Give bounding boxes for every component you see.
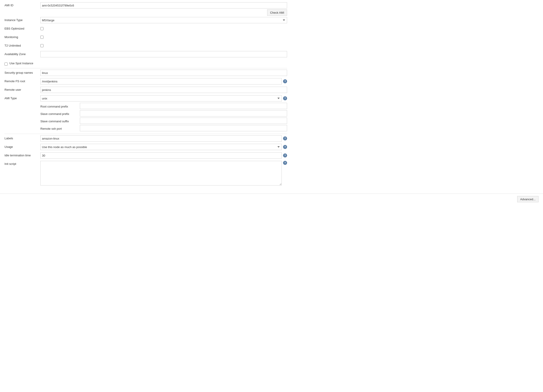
availability-zone-input[interactable] bbox=[40, 51, 287, 57]
ebs-optimized-row: EBS Optimized bbox=[5, 26, 287, 33]
availability-zone-field bbox=[40, 51, 287, 57]
security-group-names-row: Security group names bbox=[5, 70, 287, 77]
security-group-names-input[interactable] bbox=[40, 70, 287, 76]
remote-fs-root-label: Remote FS root bbox=[5, 78, 40, 83]
usage-row: Usage Use this node as much as possible … bbox=[5, 144, 287, 151]
monitoring-checkbox[interactable] bbox=[40, 36, 44, 39]
idle-termination-time-input[interactable] bbox=[40, 152, 282, 159]
ami-type-label: AMI Type bbox=[5, 95, 40, 100]
instance-type-select[interactable]: M5Xlarge t2.micro t2.small m4.large bbox=[40, 17, 287, 23]
t2-unlimited-row: T2 Unlimited bbox=[5, 43, 287, 50]
monitoring-label: Monitoring bbox=[5, 34, 40, 39]
root-command-prefix-row: Root command prefix bbox=[40, 103, 287, 109]
remote-fs-root-input[interactable] bbox=[40, 78, 282, 84]
ami-type-select[interactable]: unix windows bbox=[40, 95, 282, 101]
slave-command-prefix-label: Slave command prefix bbox=[40, 111, 79, 116]
idle-termination-time-help-icon[interactable]: ? bbox=[283, 154, 287, 157]
init-script-textarea[interactable] bbox=[40, 161, 282, 185]
slave-command-prefix-row: Slave command prefix bbox=[40, 110, 287, 116]
security-group-names-field bbox=[40, 70, 287, 76]
instance-type-field: M5Xlarge t2.micro t2.small m4.large bbox=[40, 17, 287, 23]
init-script-row: Init script ? bbox=[5, 161, 287, 185]
check-ami-button[interactable]: Check AMI bbox=[267, 9, 287, 16]
remote-user-row: Remote user bbox=[5, 87, 287, 94]
labels-row: Labels ? bbox=[5, 135, 287, 143]
instance-type-row: Instance Type M5Xlarge t2.micro t2.small… bbox=[5, 17, 287, 24]
remote-user-label: Remote user bbox=[5, 87, 40, 91]
labels-help-icon[interactable]: ? bbox=[283, 136, 287, 140]
ami-type-help-icon[interactable]: ? bbox=[283, 96, 287, 100]
ebs-optimized-label: EBS Optimized bbox=[5, 26, 40, 30]
advanced-button[interactable]: Advanced... bbox=[517, 196, 538, 202]
bottom-bar: Advanced... bbox=[0, 193, 543, 204]
labels-input[interactable] bbox=[40, 135, 282, 142]
remote-user-input[interactable] bbox=[40, 87, 287, 93]
remote-fs-root-row: Remote FS root ? bbox=[5, 78, 287, 85]
t2-unlimited-field bbox=[40, 43, 287, 47]
remote-user-field bbox=[40, 87, 287, 93]
remote-ssh-port-row: Remote ssh port bbox=[40, 125, 287, 131]
root-command-prefix-label: Root command prefix bbox=[40, 104, 79, 108]
monitoring-row: Monitoring bbox=[5, 34, 287, 41]
ami-type-row: AMI Type unix windows ? Root command pre… bbox=[5, 95, 287, 133]
labels-label: Labels bbox=[5, 135, 40, 140]
ami-id-input[interactable] bbox=[40, 2, 287, 9]
t2-unlimited-label: T2 Unlimited bbox=[5, 43, 40, 47]
ami-id-row: AMI ID Check AMI bbox=[5, 2, 287, 16]
remote-ssh-port-input[interactable] bbox=[80, 125, 287, 131]
availability-zone-row: Availability Zone bbox=[5, 51, 287, 58]
ami-type-content: unix windows ? Root command prefix Slave… bbox=[40, 95, 287, 133]
remote-fs-root-field: ? bbox=[40, 78, 287, 84]
idle-termination-time-row: Idle termination time ? bbox=[5, 152, 287, 160]
init-script-label: Init script bbox=[5, 161, 40, 166]
t2-unlimited-checkbox[interactable] bbox=[40, 44, 44, 47]
remote-fs-root-help-icon[interactable]: ? bbox=[283, 79, 287, 83]
usage-help-icon[interactable]: ? bbox=[283, 145, 287, 149]
monitoring-field bbox=[40, 34, 287, 39]
idle-termination-time-label: Idle termination time bbox=[5, 152, 40, 157]
availability-zone-label: Availability Zone bbox=[5, 51, 40, 56]
root-command-prefix-input[interactable] bbox=[80, 103, 287, 109]
check-ami-row: Check AMI bbox=[40, 9, 287, 16]
remote-ssh-port-label: Remote ssh port bbox=[40, 126, 79, 130]
instance-type-label: Instance Type bbox=[5, 17, 40, 22]
slave-command-suffix-row: Slave command suffix bbox=[40, 118, 287, 124]
security-group-names-label: Security group names bbox=[5, 70, 40, 74]
usage-label: Usage bbox=[5, 144, 40, 149]
usage-select[interactable]: Use this node as much as possible Only b… bbox=[40, 144, 282, 150]
slave-command-suffix-label: Slave command suffix bbox=[40, 119, 79, 123]
use-spot-instance-row: Use Spot Instance bbox=[5, 60, 287, 67]
idle-termination-time-field: ? bbox=[40, 152, 287, 159]
ami-select-row: unix windows ? bbox=[40, 95, 287, 101]
ebs-optimized-checkbox[interactable] bbox=[40, 27, 44, 30]
use-spot-instance-label: Use Spot Instance bbox=[9, 62, 33, 65]
usage-field: Use this node as much as possible Only b… bbox=[40, 144, 287, 150]
labels-field: ? bbox=[40, 135, 287, 142]
form-container: AMI ID Check AMI Instance Type M5Xlarge … bbox=[0, 0, 292, 191]
init-script-help-icon[interactable]: ? bbox=[283, 161, 287, 165]
slave-command-prefix-input[interactable] bbox=[80, 110, 287, 116]
ami-id-label: AMI ID bbox=[5, 2, 40, 7]
use-spot-instance-checkbox[interactable] bbox=[5, 62, 8, 66]
slave-command-suffix-input[interactable] bbox=[80, 118, 287, 124]
ebs-optimized-field bbox=[40, 26, 287, 30]
ami-id-field: Check AMI bbox=[40, 2, 287, 16]
init-script-field: ? bbox=[40, 161, 287, 185]
